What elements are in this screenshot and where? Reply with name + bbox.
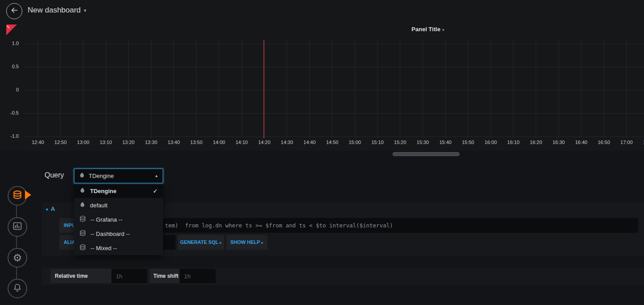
x-tick-label: 17:00 — [615, 140, 638, 145]
datasource-option[interactable]: TDengine✓ — [74, 184, 163, 198]
x-tick-label: 16:50 — [593, 140, 615, 145]
gridline-horizontal — [25, 44, 644, 44]
gridline-vertical — [287, 40, 287, 138]
x-tick-label: 14:50 — [321, 140, 343, 145]
gridline-vertical — [151, 40, 152, 138]
x-tick-label: 13:10 — [94, 140, 117, 145]
gridline-vertical — [242, 40, 242, 138]
relative-time-label: Relative time — [50, 269, 111, 283]
x-tick-label: 15:10 — [366, 140, 389, 145]
gridline-vertical — [422, 40, 423, 138]
gridline-vertical — [581, 40, 582, 138]
y-tick-label: -0.5 — [2, 110, 19, 115]
tab-connector-line — [16, 195, 17, 288]
x-tick-label: 14:30 — [276, 140, 298, 145]
datasource-dropdown-menu: TDengine✓default-- Grafana ---- Dashboar… — [74, 184, 163, 255]
gridline-vertical — [491, 40, 491, 138]
gridline-vertical — [83, 40, 83, 138]
x-tick-label: 12:50 — [49, 140, 72, 145]
active-tab-arrow-icon — [25, 190, 31, 199]
x-tick-label: 13:20 — [117, 140, 139, 145]
x-tick-label: 15:50 — [457, 140, 479, 145]
gridline-vertical — [468, 40, 468, 138]
gear-icon: ⚙ — [13, 253, 22, 263]
x-tick-label: 15:20 — [389, 140, 411, 145]
gridline-vertical — [332, 40, 332, 138]
x-tick-label: 15:00 — [344, 140, 366, 145]
x-tick-label: 14:40 — [299, 140, 321, 145]
time-cursor-line — [263, 40, 264, 138]
generate-sql-label: GENERATE SQL — [180, 239, 218, 245]
x-tick-label: 13:30 — [140, 140, 162, 145]
gridline-vertical — [128, 40, 129, 138]
y-tick-label: 1.0 — [2, 41, 19, 46]
y-tick-label: 0 — [2, 87, 19, 92]
gridline-vertical — [173, 40, 174, 138]
gridline-vertical — [558, 40, 559, 138]
tab-alert[interactable] — [8, 279, 27, 298]
grafana-logo-icon — [79, 172, 85, 180]
x-tick-label: 16:40 — [570, 140, 592, 145]
y-tick-label: -1.0 — [2, 133, 19, 139]
gridline-horizontal — [25, 136, 644, 137]
database-icon — [79, 244, 86, 252]
sql-query-text: tem) from log.dn where ts >= $from and t… — [165, 218, 393, 233]
gridline-horizontal — [25, 113, 644, 114]
query-ref-id: A — [51, 206, 55, 212]
bell-icon — [13, 283, 22, 294]
time-shift-input[interactable] — [180, 269, 216, 283]
database-icon — [79, 215, 86, 223]
chevron-up-icon: ▲ — [155, 174, 158, 178]
gridline-vertical — [445, 40, 446, 138]
horizontal-scrollbar[interactable] — [393, 152, 459, 156]
time-shift-label: Time shift — [150, 269, 180, 283]
x-tick-label: 15:30 — [412, 140, 434, 145]
datasource-option[interactable]: -- Grafana -- — [74, 212, 163, 227]
x-tick-label: 17:10 — [638, 140, 644, 145]
datasource-option-label: default — [90, 202, 107, 209]
datasource-option[interactable]: default — [74, 198, 163, 212]
chevron-right-icon: ▸ — [220, 240, 222, 245]
gridline-horizontal — [25, 67, 644, 67]
gridline-horizontal — [25, 90, 644, 91]
gridline-vertical — [219, 40, 219, 138]
grafana-logo-icon — [79, 202, 86, 209]
datasource-option[interactable]: -- Mixed -- — [74, 241, 163, 255]
grafana-dashboard-edit: New dashboard ▾ ! Panel Title▾ 12:4012:5… — [0, 0, 644, 305]
chevron-down-icon: ▾ — [46, 207, 48, 212]
x-tick-label: 13:00 — [72, 140, 94, 145]
gridline-vertical — [106, 40, 106, 138]
gridline-vertical — [377, 40, 378, 138]
gridline-vertical — [626, 40, 627, 138]
grafana-logo-icon — [79, 187, 86, 195]
show-help-button[interactable]: SHOW HELP▸ — [226, 235, 267, 250]
check-icon: ✓ — [153, 188, 158, 194]
x-tick-label: 13:40 — [163, 140, 185, 145]
show-help-label: SHOW HELP — [230, 239, 260, 245]
chevron-right-icon: ▸ — [262, 240, 264, 245]
gridline-vertical — [38, 40, 38, 138]
query-section-label: Query — [45, 171, 64, 179]
datasource-option-label: TDengine — [90, 188, 116, 194]
query-row-collapse[interactable]: ▾A — [46, 206, 55, 212]
tab-general[interactable]: ⚙ — [8, 248, 27, 268]
x-tick-label: 13:50 — [185, 140, 208, 145]
graph-plot: 12:4012:5013:0013:1013:2013:3013:4013:50… — [0, 0, 644, 152]
x-tick-label: 16:10 — [502, 140, 525, 145]
bar-chart-icon — [13, 222, 22, 232]
x-tick-label: 14:00 — [208, 140, 230, 145]
datasource-select[interactable]: TDengine ▲ — [74, 169, 163, 183]
tab-visualization[interactable] — [8, 217, 27, 237]
x-tick-label: 12:40 — [27, 140, 49, 145]
x-tick-label: 16:20 — [525, 140, 547, 145]
generate-sql-button[interactable]: GENERATE SQL▸ — [178, 235, 224, 250]
gridline-vertical — [400, 40, 400, 138]
datasource-option[interactable]: -- Dashboard -- — [74, 227, 163, 241]
datasource-option-label: -- Dashboard -- — [90, 231, 130, 237]
tab-queries[interactable] — [8, 186, 27, 206]
datasource-option-label: -- Mixed -- — [90, 245, 117, 251]
gridline-vertical — [536, 40, 536, 138]
relative-time-input[interactable] — [111, 269, 147, 283]
x-tick-label: 15:40 — [434, 140, 456, 145]
x-tick-label: 16:30 — [547, 140, 570, 145]
